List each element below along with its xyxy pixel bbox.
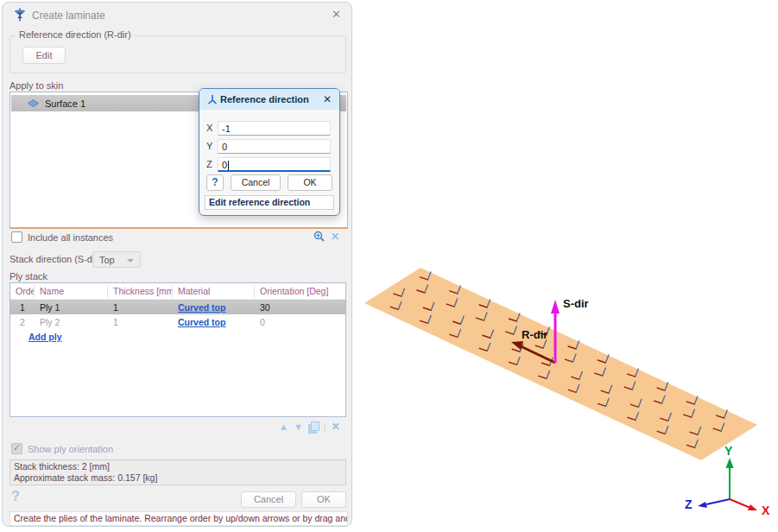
cell-order: 1 bbox=[10, 302, 35, 313]
stack-direction-label: Stack direction (S-dir) bbox=[9, 254, 101, 264]
z-input[interactable]: 0 bbox=[218, 157, 331, 172]
popup-status-bar: Edit reference direction bbox=[205, 195, 334, 210]
cell-thickness: 1 bbox=[108, 317, 173, 327]
y-axis-label: Y bbox=[724, 444, 733, 458]
y-field-row: Y 0 bbox=[206, 139, 331, 154]
reference-direction-group: Reference direction (R-dir) Edit bbox=[9, 35, 346, 73]
copy-ply-icon[interactable] bbox=[308, 421, 319, 433]
stack-summary-box: Stack thickness: 2 [mm] Approximate stac… bbox=[9, 459, 346, 485]
clear-skin-selection-icon[interactable]: ✕ bbox=[331, 231, 339, 243]
dialog-status-bar: Create the plies of the laminate. Rearra… bbox=[9, 511, 348, 526]
ply-stack-label: Ply stack bbox=[9, 271, 47, 282]
cancel-button[interactable]: Cancel bbox=[231, 174, 281, 191]
help-button[interactable]: ? bbox=[206, 174, 224, 191]
stack-direction-value: Top bbox=[99, 255, 115, 265]
x-field-label: X bbox=[206, 123, 212, 133]
cell-orientation: 0 bbox=[255, 317, 345, 327]
dialog-titlebar: Create laminate ✕ bbox=[3, 3, 351, 27]
column-header-thickness: Thickness [mm] bbox=[108, 285, 173, 298]
move-down-icon[interactable]: ▼ bbox=[294, 421, 303, 432]
list-item-label: Surface 1 bbox=[45, 98, 85, 109]
ok-button[interactable]: OK bbox=[301, 491, 346, 508]
move-up-icon[interactable]: ▲ bbox=[279, 421, 288, 432]
column-header-material: Material bbox=[173, 285, 255, 298]
stack-thickness-text: Stack thickness: 2 [mm] bbox=[14, 461, 345, 472]
surface-icon bbox=[28, 99, 39, 107]
popup-title: Reference direction bbox=[220, 94, 309, 104]
dialog-title: Create laminate bbox=[32, 10, 105, 22]
ok-button[interactable]: OK bbox=[288, 174, 332, 191]
cancel-button[interactable]: Cancel bbox=[241, 491, 296, 508]
skin-list-tools: ✕ bbox=[313, 230, 352, 244]
check-icon: ✓ bbox=[13, 442, 21, 453]
y-field-label: Y bbox=[206, 141, 212, 151]
column-header-orientation: Orientation [Deg] bbox=[255, 285, 345, 298]
material-link[interactable]: Curved top bbox=[178, 302, 225, 313]
z-input-value: 0 bbox=[222, 160, 227, 170]
reference-direction-dialog: Reference direction ✕ X -1 Y 0 Z 0 ? Can… bbox=[199, 88, 340, 216]
show-ply-orientation-checkbox[interactable]: ✓ bbox=[11, 443, 22, 454]
ply-row-tools: ▲ ▼ | ✕ bbox=[279, 420, 348, 434]
show-ply-orientation-label: Show ply orientation bbox=[28, 444, 113, 454]
column-header-order: Order bbox=[10, 285, 35, 298]
ply-stack-table: Order Name Thickness [mm] Material Orien… bbox=[9, 282, 346, 417]
reference-direction-group-label: Reference direction (R-dir) bbox=[16, 29, 135, 40]
cell-name: Ply 1 bbox=[35, 302, 108, 313]
add-ply-link[interactable]: Add ply bbox=[28, 332, 62, 342]
table-header: Order Name Thickness [mm] Material Orien… bbox=[10, 283, 345, 300]
delete-ply-icon[interactable]: ✕ bbox=[332, 421, 340, 433]
laminate-icon bbox=[13, 8, 27, 22]
s-dir-label: S-dir bbox=[563, 297, 589, 310]
triad-icon bbox=[206, 92, 219, 106]
surface-plate[interactable] bbox=[364, 268, 757, 460]
r-dir-label: R-dir bbox=[522, 328, 547, 341]
zoom-in-icon[interactable] bbox=[313, 231, 326, 243]
table-row[interactable]: 2 Ply 2 1 Curved top 0 bbox=[10, 314, 345, 329]
x-input[interactable]: -1 bbox=[218, 121, 331, 136]
z-field-row: Z 0 bbox=[206, 157, 331, 172]
stack-mass-text: Approximate stack mass: 0.157 [kg] bbox=[14, 472, 345, 484]
cell-name: Ply 2 bbox=[35, 317, 108, 327]
close-icon[interactable]: ✕ bbox=[332, 8, 341, 21]
cell-orientation: 30 bbox=[255, 302, 345, 313]
application-window: R-dir S-dir Y X Z Create laminate ✕ bbox=[0, 0, 778, 532]
cell-order: 2 bbox=[10, 317, 35, 327]
table-row[interactable]: 1 Ply 1 1 Curved top 30 bbox=[10, 300, 345, 314]
include-all-instances-checkbox[interactable] bbox=[11, 231, 22, 243]
y-input[interactable]: 0 bbox=[218, 139, 331, 154]
close-icon[interactable]: ✕ bbox=[323, 93, 332, 105]
column-header-name: Name bbox=[35, 285, 108, 298]
stack-direction-select[interactable]: Top bbox=[92, 251, 141, 268]
x-field-row: X -1 bbox=[206, 121, 331, 136]
apply-to-skin-label: Apply to skin bbox=[9, 80, 63, 91]
help-button[interactable]: ? bbox=[11, 489, 20, 504]
x-axis-label: X bbox=[762, 504, 770, 517]
material-link[interactable]: Curved top bbox=[178, 317, 225, 327]
cell-thickness: 1 bbox=[108, 302, 173, 313]
text-cursor bbox=[228, 161, 229, 170]
popup-titlebar: Reference direction ✕ bbox=[199, 89, 339, 110]
z-axis-label: Z bbox=[685, 497, 693, 511]
include-all-instances-label: Include all instances bbox=[28, 232, 113, 243]
create-laminate-dialog: Create laminate ✕ Reference direction (R… bbox=[2, 2, 352, 527]
z-field-label: Z bbox=[206, 159, 212, 169]
chevron-down-icon bbox=[127, 259, 134, 263]
divider: | bbox=[324, 421, 326, 432]
edit-button[interactable]: Edit bbox=[22, 47, 66, 64]
